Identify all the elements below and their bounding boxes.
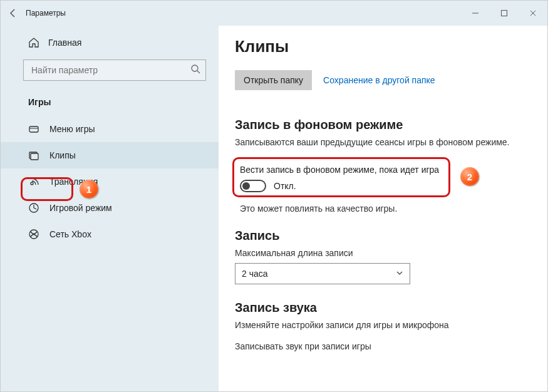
audio-toggle-label: Записывать звук при записи игры [235,341,531,351]
sidebar-item-label: Сеть Xbox [49,229,91,239]
home-icon [28,37,39,48]
svg-point-2 [192,65,198,71]
sidebar-item-game-mode[interactable]: Игровой режим [1,195,219,221]
sidebar-section-header: Игры [1,93,219,116]
sidebar-home-label: Главная [48,38,81,48]
sidebar-item-label: Клипы [49,150,76,160]
recording-heading: Запись [235,229,531,243]
sidebar-item-game-bar[interactable]: Меню игры [1,116,219,142]
audio-heading: Запись звука [235,301,531,315]
minimize-button[interactable] [461,1,490,26]
svg-rect-7 [31,153,38,160]
back-button[interactable] [1,8,26,18]
xbox-icon [28,229,39,240]
save-other-folder-link[interactable]: Сохранение в другой папке [323,75,435,85]
max-length-select[interactable]: 2 часа [235,263,410,284]
background-toggle-label: Вести запись в фоновом режиме, пока идет… [240,165,526,175]
background-note: Это может повлиять на качество игры. [240,204,531,214]
sidebar-item-label: Игровой режим [49,203,112,213]
svg-point-8 [31,182,33,185]
background-recording-heading: Запись в фоновом режиме [235,118,531,132]
svg-line-11 [34,208,36,209]
sidebar-item-label: Меню игры [49,124,95,134]
page-title: Клипы [235,37,531,56]
sidebar-item-captures[interactable]: Клипы [1,142,219,168]
sidebar-item-xbox-network[interactable]: Сеть Xbox [1,221,219,247]
game-bar-icon [28,123,39,135]
search-field[interactable] [23,59,206,81]
window-title: Параметры [26,9,66,18]
sidebar-home[interactable]: Главная [1,32,219,53]
background-recording-desc: Записываются ваши предыдущие сеансы игры… [235,137,531,147]
svg-rect-4 [29,126,38,132]
svg-rect-1 [502,11,507,16]
max-length-value: 2 часа [242,269,268,279]
sidebar-item-label: Трансляция [49,177,98,187]
search-input[interactable] [31,65,190,75]
broadcast-icon [28,176,39,187]
captures-icon [28,150,39,161]
background-toggle-switch[interactable] [240,180,266,192]
audio-desc: Изменяйте настройки записи для игры и ми… [235,320,531,330]
chevron-down-icon [396,269,403,279]
sidebar-item-broadcasting[interactable]: Трансляция [1,168,219,195]
background-toggle-state: Откл. [274,181,296,191]
search-icon [190,64,200,76]
open-folder-button[interactable]: Открыть папку [235,70,312,90]
svg-line-3 [197,71,200,73]
max-length-label: Максимальная длина записи [235,248,531,258]
close-button[interactable] [519,1,547,26]
game-mode-icon [28,202,39,214]
maximize-button[interactable] [490,1,519,26]
